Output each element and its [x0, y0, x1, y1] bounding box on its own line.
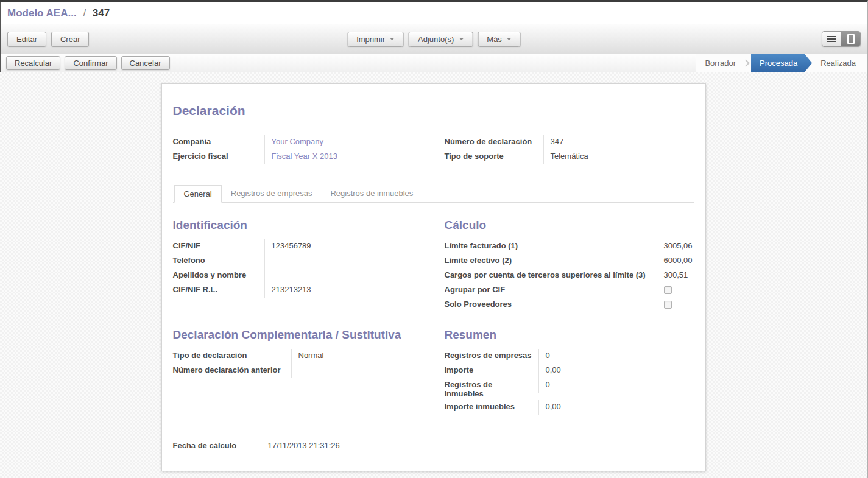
field-value-solo-proveedores [657, 298, 694, 312]
field-label-limite-facturado: Límite facturado (1) [445, 239, 657, 252]
field-value-numero-declaracion: 347 [543, 135, 694, 150]
field-row-cif-nif-rl: CIF/NIF R.L. 213213213 [173, 283, 423, 298]
field-label-apellidos-nombre: Apellidos y nombre [173, 269, 264, 281]
field-row-apellidos-nombre: Apellidos y nombre [173, 269, 423, 283]
field-value-registros-inmuebles: 0 [538, 378, 694, 393]
create-button[interactable]: Crear [51, 32, 90, 47]
recalculate-button[interactable]: Recalcular [6, 56, 60, 70]
action-status-bar: Recalcular Confirmar Cancelar Borrador P… [1, 54, 867, 72]
sections-row-1: Identificación CIF/NIF 123456789 Teléfon… [173, 203, 694, 312]
breadcrumb-bar: Modelo AEA... / 347 [1, 2, 867, 24]
field-label-agrupar-por-cif: Agrupar por CIF [445, 283, 657, 296]
cancel-button[interactable]: Cancelar [121, 56, 170, 70]
field-row-registros-inmuebles: Registros de inmuebles 0 [445, 378, 694, 400]
statusbar: Borrador Procesada Realizada [696, 54, 867, 72]
attachments-label: Adjunto(s) [418, 35, 454, 44]
status-state-procesada-active: Procesada [751, 54, 812, 72]
confirm-button[interactable]: Confirmar [65, 56, 116, 70]
field-value-apellidos-nombre [264, 269, 423, 283]
section-title-complementaria: Declaración Complementaria / Sustitutiva [173, 328, 423, 342]
field-row-agrupar-por-cif: Agrupar por CIF [445, 283, 694, 298]
solo-proveedores-checkbox[interactable] [664, 301, 672, 309]
notebook-tabs: General Registros de empresas Registros … [173, 185, 694, 203]
section-resumen: Resumen Registros de empresas 0 Importe … [445, 312, 694, 415]
field-row-limite-facturado: Límite facturado (1) 3005,06 [445, 239, 694, 254]
field-row-tipo-soporte: Tipo de soporte Telemática [445, 150, 694, 164]
field-value-limite-facturado: 3005,06 [657, 239, 694, 254]
agrupar-por-cif-checkbox[interactable] [664, 286, 672, 294]
status-state-realizada: Realizada [812, 54, 864, 72]
caret-down-icon [390, 38, 395, 40]
form-view-icon [847, 34, 855, 44]
field-value-agrupar-por-cif [657, 283, 694, 298]
field-label-importe: Importe [445, 364, 538, 376]
field-row-solo-proveedores: Solo Proveedores [445, 298, 694, 312]
tab-registros-inmuebles[interactable]: Registros de inmuebles [321, 185, 422, 203]
caret-down-icon [459, 38, 464, 40]
field-value-tipo-soporte: Telemática [543, 150, 694, 164]
caret-down-icon [507, 38, 512, 40]
field-label-tipo-soporte: Tipo de soporte [445, 150, 543, 163]
breadcrumb-parent-link[interactable]: Modelo AEA... [7, 7, 77, 19]
field-value-cif-nif-rl: 213213213 [264, 283, 423, 298]
app-window: Modelo AEA... / 347 Editar Crear Imprimi… [0, 0, 868, 478]
field-value-ejercicio-fiscal-link[interactable]: Fiscal Year X 2013 [264, 150, 423, 164]
breadcrumb-current: 347 [93, 7, 110, 19]
form-sheet: Declaración Compañía Your Company Ejerci… [161, 83, 706, 471]
field-value-compania-link[interactable]: Your Company [264, 135, 423, 150]
edit-button[interactable]: Editar [7, 32, 46, 47]
list-view-button[interactable] [822, 32, 841, 46]
field-row-telefono: Teléfono [173, 254, 423, 269]
section-calculo: Cálculo Límite facturado (1) 3005,06 Lím… [445, 203, 694, 312]
attachments-dropdown-button[interactable]: Adjunto(s) [409, 32, 473, 47]
field-value-telefono [264, 254, 423, 269]
field-label-cargos-terceros: Cargos por cuenta de terceros superiores… [445, 269, 657, 281]
breadcrumb: Modelo AEA... / 347 [7, 7, 110, 19]
tab-registros-empresas[interactable]: Registros de empresas [222, 185, 322, 203]
more-label: Más [487, 35, 502, 44]
field-row-numero-declaracion: Número de declaración 347 [445, 135, 694, 150]
content-area: Declaración Compañía Your Company Ejerci… [0, 72, 867, 478]
field-label-cif-nif-rl: CIF/NIF R.L. [173, 283, 264, 296]
field-row-importe-inmuebles: Importe inmuebles 0,00 [445, 400, 694, 415]
field-row-ejercicio-fiscal: Ejercicio fiscal Fiscal Year X 2013 [173, 150, 423, 164]
more-dropdown-button[interactable]: Más [478, 32, 521, 47]
calc-date-group: Fecha de cálculo 17/11/2013 21:31:26 [173, 439, 694, 454]
field-value-cif-nif: 123456789 [264, 239, 423, 254]
form-view-button[interactable] [841, 32, 860, 46]
status-state-borrador: Borrador [696, 54, 744, 72]
view-switcher [822, 31, 861, 47]
sections-row-2: Declaración Complementaria / Sustitutiva… [173, 312, 694, 415]
section-identificacion: Identificación CIF/NIF 123456789 Teléfon… [173, 203, 423, 298]
toolbar: Editar Crear Imprimir Adjunto(s) Más [1, 24, 867, 54]
print-label: Imprimir [356, 35, 385, 44]
tab-general[interactable]: General [174, 185, 222, 203]
form-title: Declaración [173, 104, 694, 118]
field-row-cif-nif: CIF/NIF 123456789 [173, 239, 423, 254]
field-row-registros-empresas: Registros de empresas 0 [445, 349, 694, 364]
field-label-importe-inmuebles: Importe inmuebles [445, 400, 538, 413]
field-label-fecha-calculo: Fecha de cálculo [173, 439, 261, 452]
field-label-tipo-declaracion: Tipo de declaración [173, 349, 291, 362]
field-row-tipo-declaracion: Tipo de declaración Normal [173, 349, 423, 364]
field-row-numero-declaracion-anterior: Número declaración anterior [173, 364, 423, 378]
field-value-importe-inmuebles: 0,00 [538, 400, 694, 415]
field-label-ejercicio-fiscal: Ejercicio fiscal [173, 150, 264, 163]
field-value-numero-declaracion-anterior [291, 364, 423, 378]
field-value-cargos-terceros: 300,51 [657, 269, 694, 283]
form-header-fields: Compañía Your Company Ejercicio fiscal F… [173, 135, 694, 164]
toolbar-center-group: Imprimir Adjunto(s) Más [347, 32, 521, 47]
list-view-icon [827, 36, 836, 42]
field-label-cif-nif: CIF/NIF [173, 239, 264, 252]
field-value-importe: 0,00 [538, 364, 694, 378]
field-label-numero-declaracion: Número de declaración [445, 135, 543, 148]
field-value-limite-efectivo: 6000,00 [657, 254, 694, 269]
field-label-registros-inmuebles: Registros de inmuebles [445, 378, 538, 400]
section-title-resumen: Resumen [445, 328, 694, 342]
print-dropdown-button[interactable]: Imprimir [347, 32, 404, 47]
field-row-limite-efectivo: Límite efectivo (2) 6000,00 [445, 254, 694, 269]
field-row-fecha-calculo: Fecha de cálculo 17/11/2013 21:31:26 [173, 439, 694, 454]
field-label-telefono: Teléfono [173, 254, 264, 267]
section-title-identificacion: Identificación [173, 219, 423, 232]
field-value-registros-empresas: 0 [538, 349, 694, 364]
